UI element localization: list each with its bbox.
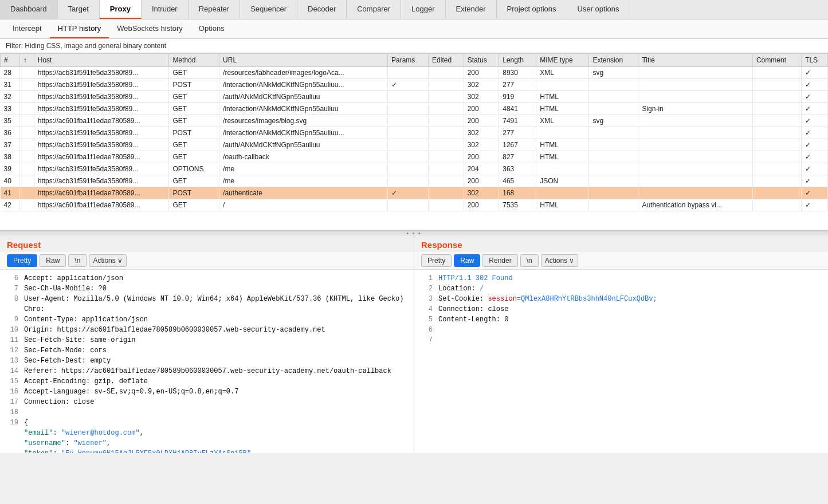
cell-host: https://ac601fba1f1edae780589... [34, 199, 169, 211]
line-content: Set-Cookie: session=QMlexA8HRhYtRBbs3hhN… [438, 294, 822, 304]
table-row[interactable]: 28 https://acb31f591fe5da3580f89... GET … [1, 67, 828, 79]
subnav-websockets[interactable]: WebSockets history [109, 19, 191, 38]
col-method[interactable]: Method [169, 54, 219, 67]
cell-title [638, 67, 753, 79]
panel-divider[interactable]: • • • [0, 231, 828, 235]
request-btn-actions[interactable]: Actions ∨ [89, 254, 127, 267]
cell-length: 465 [499, 175, 536, 187]
line-number: 7 [6, 284, 18, 294]
cell-params [387, 199, 428, 211]
cell-tls: ✓ [802, 187, 828, 199]
cell-title [638, 151, 753, 163]
cell-tls: ✓ [802, 199, 828, 211]
table-row[interactable]: 41 https://ac601fba1f1edae780589... POST… [1, 187, 828, 199]
col-sort[interactable]: ↑ [19, 54, 34, 67]
table-row[interactable]: 39 https://acb31f591fe5da3580f89... OPTI… [1, 163, 828, 175]
cell-method: GET [169, 175, 219, 187]
nav-comparer[interactable]: Comparer [347, 0, 401, 19]
table-row[interactable]: 33 https://acb31f591fe5da3580f89... GET … [1, 103, 828, 115]
table-row[interactable]: 37 https://acb31f591fe5da3580f89... GET … [1, 139, 828, 151]
response-btn-pretty[interactable]: Pretty [421, 254, 452, 267]
line-content: Sec-Fetch-Dest: empty [24, 356, 408, 366]
request-btn-ln[interactable]: \n [68, 254, 87, 267]
table-row[interactable]: 31 https://acb31f591fe5da3580f89... POST… [1, 79, 828, 91]
cell-method: POST [169, 187, 219, 199]
code-line: 6 [420, 325, 822, 335]
col-mime[interactable]: MIME type [536, 54, 589, 67]
code-line: 16Accept-Language: sv-SE,sv;q=0.9,en-US;… [6, 387, 408, 397]
subnav-intercept[interactable]: Intercept [5, 19, 50, 38]
table-row[interactable]: 42 https://ac601fba1f1edae780589... GET … [1, 199, 828, 211]
nav-sequencer[interactable]: Sequencer [240, 0, 297, 19]
request-btn-raw[interactable]: Raw [40, 254, 66, 267]
line-content: Sec-Fetch-Mode: cors [24, 345, 408, 356]
nav-logger[interactable]: Logger [401, 0, 445, 19]
cell-sort [19, 175, 34, 187]
cell-title: Authentication bypass vi... [638, 199, 753, 211]
line-content: Connection: close [24, 397, 408, 407]
cell-length: 8930 [499, 67, 536, 79]
table-row[interactable]: 32 https://acb31f591fe5da3580f89... GET … [1, 91, 828, 103]
col-url[interactable]: URL [219, 54, 388, 67]
nav-dashboard[interactable]: Dashboard [0, 0, 58, 19]
table-body: 28 https://acb31f591fe5da3580f89... GET … [1, 67, 828, 211]
col-status[interactable]: Status [464, 54, 499, 67]
cell-tls: ✓ [802, 163, 828, 175]
col-host[interactable]: Host [34, 54, 169, 67]
nav-repeater[interactable]: Repeater [189, 0, 240, 19]
line-number: 6 [420, 325, 433, 335]
col-id[interactable]: # [1, 54, 20, 67]
subnav-http-history[interactable]: HTTP history [50, 19, 109, 38]
cell-sort [19, 103, 34, 115]
response-code-area[interactable]: 1HTTP/1.1 302 Found2Location: /3Set-Cook… [414, 270, 828, 453]
col-tls[interactable]: TLS [802, 54, 828, 67]
table-row[interactable]: 35 https://ac601fba1f1edae780589... GET … [1, 115, 828, 127]
response-btn-raw[interactable]: Raw [454, 254, 480, 267]
nav-user-options[interactable]: User options [567, 0, 630, 19]
nav-decoder[interactable]: Decoder [297, 0, 347, 19]
response-btn-render[interactable]: Render [482, 254, 517, 267]
nav-target[interactable]: Target [58, 0, 100, 19]
col-title[interactable]: Title [638, 54, 753, 67]
subnav-options[interactable]: Options [191, 19, 233, 38]
code-line: 18 [6, 407, 408, 418]
col-extension[interactable]: Extension [589, 54, 638, 67]
cell-url: /resources/images/blog.svg [219, 115, 388, 127]
cell-length: 168 [499, 187, 536, 199]
line-content: "email": "wiener@hotdog.com", [24, 428, 408, 438]
code-line: "username": "wiener", [6, 438, 408, 448]
request-btn-pretty[interactable]: Pretty [7, 254, 37, 267]
cell-length: 277 [499, 79, 536, 91]
nav-proxy[interactable]: Proxy [100, 0, 142, 19]
table-row[interactable]: 40 https://acb31f591fe5da3580f89... GET … [1, 175, 828, 187]
cell-comment [752, 79, 801, 91]
cell-host: https://acb31f591fe5da3580f89... [34, 163, 169, 175]
col-comment[interactable]: Comment [752, 54, 801, 67]
request-code-area[interactable]: 6Accept: application/json7Sec-Ch-Ua-Mobi… [0, 270, 414, 453]
line-content: User-Agent: Mozilla/5.0 (Windows NT 10.0… [24, 294, 408, 314]
filter-bar[interactable]: Filter: Hiding CSS, image and general bi… [0, 39, 828, 53]
code-line: 15Accept-Encoding: gzip, deflate [6, 376, 408, 387]
line-number [6, 448, 18, 453]
cell-status: 200 [464, 67, 499, 79]
cell-host: https://ac601fba1f1edae780589... [34, 151, 169, 163]
response-btn-ln[interactable]: \n [520, 254, 539, 267]
nav-project-options[interactable]: Project options [497, 0, 567, 19]
line-content [24, 407, 408, 418]
filter-text: Filter: Hiding CSS, image and general bi… [6, 42, 166, 50]
col-length[interactable]: Length [499, 54, 536, 67]
col-edited[interactable]: Edited [429, 54, 464, 67]
nav-extender[interactable]: Extender [446, 0, 497, 19]
col-params[interactable]: Params [387, 54, 428, 67]
cell-method: POST [169, 127, 219, 139]
cell-comment [752, 103, 801, 115]
code-line: 19{ [6, 418, 408, 428]
cell-host: https://acb31f591fe5da3580f89... [34, 67, 169, 79]
response-btn-actions[interactable]: Actions ∨ [541, 254, 579, 267]
table-row[interactable]: 38 https://ac601fba1f1edae780589... GET … [1, 151, 828, 163]
table-row[interactable]: 36 https://acb31f591fe5da3580f89... POST… [1, 127, 828, 139]
request-panel-title: Request [0, 235, 414, 252]
request-panel: Request Pretty Raw \n Actions ∨ 6Accept:… [0, 235, 414, 453]
cell-comment [752, 199, 801, 211]
nav-intruder[interactable]: Intruder [142, 0, 189, 19]
